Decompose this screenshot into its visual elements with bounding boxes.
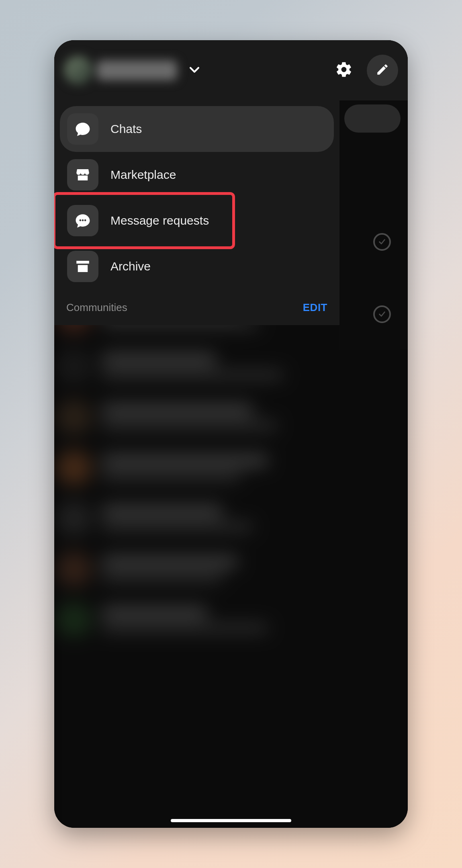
settings-button[interactable] [328, 55, 360, 86]
menu-item-label: Chats [110, 122, 142, 136]
communities-label: Communities [66, 301, 127, 314]
archive-box-icon [67, 251, 98, 282]
menu-item-message-requests[interactable]: Message requests [60, 198, 334, 244]
phone-frame: Chats Marketplace Message requests Archi… [54, 40, 408, 828]
svg-point-1 [82, 219, 84, 221]
menu-item-chats[interactable]: Chats [60, 106, 334, 152]
gear-icon [335, 61, 353, 80]
profile-name-blurred [97, 60, 177, 80]
delivered-check-icon [373, 305, 391, 323]
menu-item-archive[interactable]: Archive [60, 244, 334, 289]
search-pill-peek [344, 104, 401, 133]
delivered-check-icon [373, 233, 391, 251]
chat-bubble-icon [67, 113, 98, 145]
menu-item-label: Marketplace [110, 168, 176, 182]
chat-ellipsis-icon [67, 205, 98, 236]
svg-point-2 [84, 219, 86, 221]
pencil-icon [376, 63, 389, 78]
right-column-peek [339, 100, 408, 350]
chevron-down-icon[interactable] [184, 59, 204, 81]
inbox-switcher-panel: Chats Marketplace Message requests Archi… [54, 100, 339, 325]
profile-avatar [64, 56, 93, 85]
storefront-icon [67, 159, 98, 190]
menu-item-label: Message requests [110, 214, 209, 227]
menu-item-marketplace[interactable]: Marketplace [60, 152, 334, 198]
account-switcher[interactable] [64, 46, 177, 94]
home-indicator [171, 819, 291, 822]
svg-point-0 [80, 219, 82, 221]
compose-button[interactable] [367, 55, 398, 86]
top-bar [54, 40, 408, 100]
edit-communities-link[interactable]: EDIT [303, 301, 327, 314]
menu-item-label: Archive [110, 260, 151, 273]
communities-section-header: Communities EDIT [54, 289, 339, 316]
